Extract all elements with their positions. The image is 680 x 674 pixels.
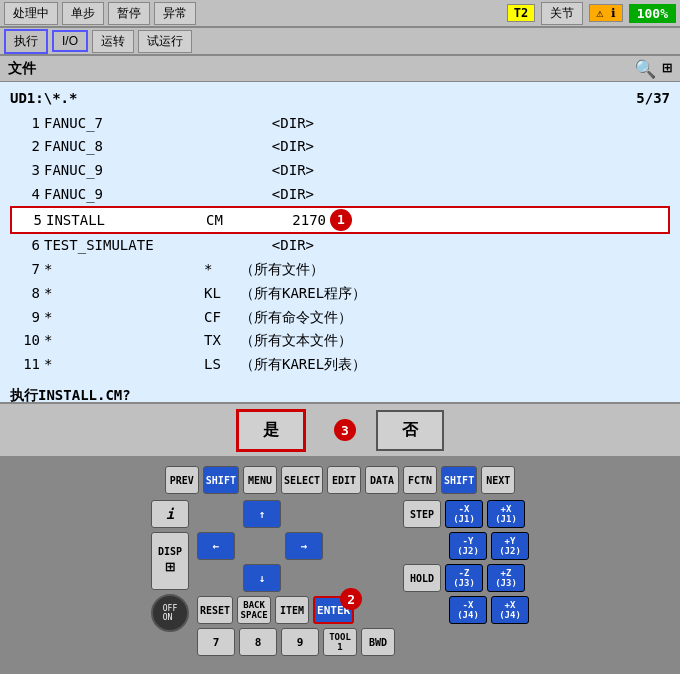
list-item[interactable]: 9 * CF （所有命令文件） (10, 306, 670, 330)
badge-1: 1 (330, 209, 352, 231)
file-header: 文件 🔍 ⊞ (0, 56, 680, 82)
shift-button-left[interactable]: SHIFT (203, 466, 239, 494)
fctn-button[interactable]: FCTN (403, 466, 437, 494)
arrow-right-button[interactable]: → (285, 532, 323, 560)
enter-button[interactable]: ENTER 2 (313, 596, 354, 624)
arrow-left-button[interactable]: ← (197, 532, 235, 560)
jog-plus-x-j1[interactable]: +X(J1) (487, 500, 525, 528)
top-bar: 处理中 单步 暂停 异常 T2 关节 ⚠ ℹ 100% (0, 0, 680, 28)
keyboard-area: PREV SHIFT MENU SELECT EDIT DATA FCTN SH… (0, 456, 680, 666)
btn-io[interactable]: I/O (52, 30, 88, 52)
jog-minus-x-j1[interactable]: -X(J1) (445, 500, 483, 528)
badge-3: 3 (334, 419, 356, 441)
list-item[interactable]: 11 * LS （所有KAREL列表） (10, 353, 670, 377)
edit-button[interactable]: EDIT (327, 466, 361, 494)
prev-button[interactable]: PREV (165, 466, 199, 494)
jog-minus-z-j3[interactable]: -Z(J3) (445, 564, 483, 592)
arrow-row-mid: ← → (197, 532, 395, 560)
arrow-row-bot: ↓ (197, 564, 395, 592)
jog-plus-y-j2[interactable]: +Y(J2) (491, 532, 529, 560)
menu-button[interactable]: MENU (243, 466, 277, 494)
list-item[interactable]: 4 FANUC_9 <DIR> (10, 183, 670, 207)
btn-error[interactable]: 异常 (154, 2, 196, 25)
num-8[interactable]: 8 (239, 628, 277, 656)
keyboard-top-row: PREV SHIFT MENU SELECT EDIT DATA FCTN SH… (10, 466, 670, 494)
num-row: 7 8 9 TOOL1 BWD (197, 628, 395, 656)
backspace-button[interactable]: BACKSPACE (237, 596, 271, 624)
t2-badge: T2 (507, 4, 535, 22)
kb-right-col: STEP -X(J1) +X(J1) -Y(J2) +Y(J2) HOLD -Z… (403, 500, 529, 656)
path-line: UD1:\*.* 5/37 (10, 88, 670, 110)
confirm-text: 执行INSTALL.CM? (10, 385, 670, 402)
arrow-row-top: ↑ (197, 500, 395, 528)
item-button[interactable]: ITEM (275, 596, 309, 624)
btn-processing[interactable]: 处理中 (4, 2, 58, 25)
keyboard-main: i DISP ⊞ OFFON ↑ ← → ↓ (10, 500, 670, 656)
shift-button-right[interactable]: SHIFT (441, 466, 477, 494)
badge-2: 2 (340, 588, 362, 610)
btn-execute[interactable]: 执行 (4, 29, 48, 54)
layout-icon[interactable]: ⊞ (662, 58, 672, 79)
select-button[interactable]: SELECT (281, 466, 323, 494)
jog-plus-x-j4[interactable]: +X(J4) (491, 596, 529, 624)
disp-button[interactable]: DISP ⊞ (151, 532, 189, 590)
list-item[interactable]: 1 FANUC_7 <DIR> (10, 112, 670, 136)
btn-pause[interactable]: 暂停 (108, 2, 150, 25)
hold-button[interactable]: HOLD (403, 564, 441, 592)
arrow-up-button[interactable]: ↑ (243, 500, 281, 528)
jog-row-4: -X(J4) +X(J4) (403, 596, 529, 624)
step-button[interactable]: STEP (403, 500, 441, 528)
list-item-selected[interactable]: 5 INSTALL CM 2170 1 (10, 206, 670, 234)
num-7[interactable]: 7 (197, 628, 235, 656)
confirm-bar: 是 3 否 (0, 402, 680, 456)
kb-center-col: ↑ ← → ↓ RESET BACKSPACE ITEM ENTER 2 (197, 500, 395, 656)
reset-button[interactable]: RESET (197, 596, 233, 624)
file-position: 5/37 (636, 88, 670, 110)
jog-row-1: STEP -X(J1) +X(J1) (403, 500, 529, 528)
zoom-icon[interactable]: 🔍 (634, 58, 656, 79)
btn-trial[interactable]: 试运行 (138, 30, 192, 53)
kb-left-col: i DISP ⊞ OFFON (151, 500, 189, 656)
list-item[interactable]: 2 FANUC_8 <DIR> (10, 135, 670, 159)
file-title: 文件 (8, 60, 36, 78)
warning-badge: ⚠ ℹ (589, 4, 622, 22)
btn-joint[interactable]: 关节 (541, 2, 583, 25)
info-button[interactable]: i (151, 500, 189, 528)
arrow-down-button[interactable]: ↓ (243, 564, 281, 592)
next-button[interactable]: NEXT (481, 466, 515, 494)
jog-minus-y-j2[interactable]: -Y(J2) (449, 532, 487, 560)
list-item[interactable]: 3 FANUC_9 <DIR> (10, 159, 670, 183)
yes-button[interactable]: 是 (236, 409, 306, 452)
jog-row-3: HOLD -Z(J3) +Z(J3) (403, 564, 529, 592)
jog-row-2: -Y(J2) +Y(J2) (403, 532, 529, 560)
list-item[interactable]: 10 * TX （所有文本文件） (10, 329, 670, 353)
jog-minus-x-j4[interactable]: -X(J4) (449, 596, 487, 624)
tool-button[interactable]: TOOL1 (323, 628, 357, 656)
no-button[interactable]: 否 (376, 410, 444, 451)
list-item[interactable]: 6 TEST_SIMULATE <DIR> (10, 234, 670, 258)
main-content: UD1:\*.* 5/37 1 FANUC_7 <DIR> 2 FANUC_8 … (0, 82, 680, 402)
btn-run[interactable]: 运转 (92, 30, 134, 53)
list-item[interactable]: 8 * KL （所有KAREL程序） (10, 282, 670, 306)
off-on-button[interactable]: OFFON (151, 594, 189, 632)
num-9[interactable]: 9 (281, 628, 319, 656)
list-item[interactable]: 7 * * （所有文件） (10, 258, 670, 282)
bwd-button[interactable]: BWD (361, 628, 395, 656)
btn-step[interactable]: 单步 (62, 2, 104, 25)
reset-row: RESET BACKSPACE ITEM ENTER 2 (197, 596, 395, 624)
jog-plus-z-j3[interactable]: +Z(J3) (487, 564, 525, 592)
file-path: UD1:\*.* (10, 88, 77, 110)
percent-badge: 100% (629, 4, 676, 23)
second-bar: 执行 I/O 运转 试运行 (0, 28, 680, 56)
data-button[interactable]: DATA (365, 466, 399, 494)
